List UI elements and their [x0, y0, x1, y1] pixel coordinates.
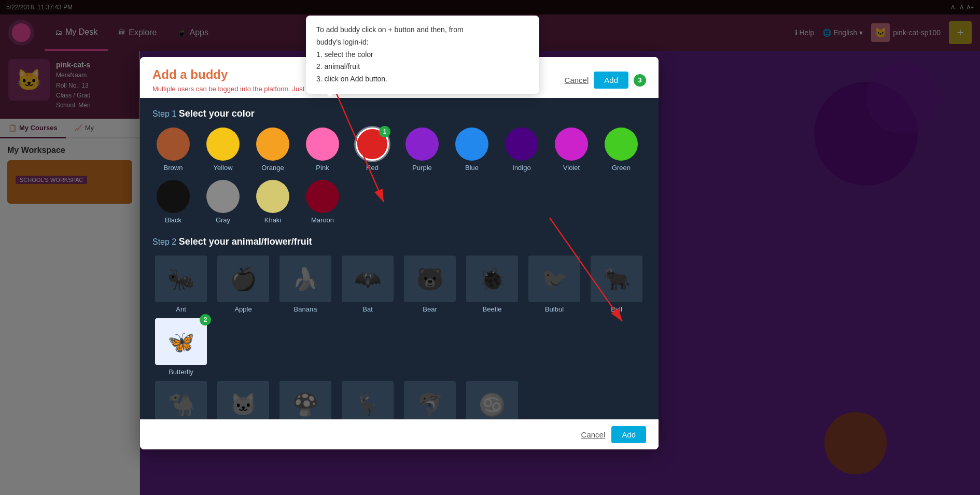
color-label-brown: Brown — [164, 164, 183, 172]
color-item-black[interactable]: Black — [152, 180, 194, 224]
buddy-count-badge: 3 — [634, 74, 646, 87]
animal-box-apple: 🍎 — [217, 256, 269, 302]
animal-box-deer: 🦌 — [342, 381, 394, 419]
color-label-orange: Orange — [261, 164, 284, 172]
color-circle-maroon — [306, 180, 339, 213]
animal-item-apple[interactable]: 🍎Apple — [215, 256, 272, 313]
animal-box-bull: 🐂 — [591, 256, 642, 302]
color-label-maroon: Maroon — [311, 216, 334, 224]
color-item-khaki[interactable]: Khaki — [252, 180, 293, 224]
color-item-orange[interactable]: Orange — [252, 128, 293, 172]
cancel-button[interactable]: Cancel — [565, 76, 589, 84]
modal-body: Step 1 Select your color BrownYellowOran… — [140, 98, 659, 419]
color-circle-green — [605, 128, 638, 161]
color-label-red: Red — [366, 164, 379, 172]
color-label-purple: Purple — [412, 164, 432, 172]
animal-label-butterfly: Butterfly — [169, 368, 193, 376]
color-item-indigo[interactable]: Indigo — [501, 128, 542, 172]
tooltip-line2: buddy's login-id: — [316, 38, 369, 46]
modal-footer: Cancel Add — [140, 419, 659, 449]
animal-item-deer[interactable]: 🦌Deer — [339, 381, 396, 419]
step1-prefix: Step 1 — [152, 109, 176, 118]
animal-box-bulbul: 🐦 — [528, 256, 580, 302]
color-circle-gray — [206, 180, 240, 213]
animal-item-butterfly[interactable]: 🦋2Butterfly — [152, 318, 209, 376]
color-circle-khaki — [256, 180, 289, 213]
color-label-gray: Gray — [216, 216, 230, 224]
animal-item-ant[interactable]: 🐜Ant — [152, 256, 209, 313]
animal-item-cat[interactable]: 🐱Cat — [215, 381, 272, 419]
color-label-black: Black — [165, 216, 181, 224]
color-item-maroon[interactable]: Maroon — [302, 180, 343, 224]
tooltip-box: To add buddy click on + button and then,… — [306, 16, 539, 94]
animal-item-bulbul[interactable]: 🐦Bulbul — [526, 256, 583, 313]
animal-item-bull[interactable]: 🐂Bull — [588, 256, 645, 313]
animal-label-bear: Bear — [423, 305, 437, 313]
color-circle-indigo — [505, 128, 538, 161]
step1-label: Select your color — [179, 108, 255, 119]
animal-box-cancer: ♋ — [466, 381, 518, 419]
footer-add-button[interactable]: Add — [611, 426, 646, 443]
animal-box-bat: 🦇 — [342, 256, 394, 302]
color-circle-black — [157, 180, 190, 213]
color-item-blue[interactable]: Blue — [451, 128, 493, 172]
animal-box-mushroom: 🍄 — [279, 381, 331, 419]
step1-header: Step 1 Select your color — [152, 108, 646, 119]
animal-item-banana[interactable]: 🍌Banana — [277, 256, 334, 313]
animal-item-mushroom[interactable]: 🍄Mushroom — [277, 381, 334, 419]
add-buddy-modal: Add a buddy Multiple users can be logged… — [140, 57, 659, 449]
animal-box-banana: 🍌 — [279, 256, 331, 302]
animal-grid-row1: 🐜Ant🍎Apple🍌Banana🦇Bat🐻Bear🐞Beetle🐦Bulbul… — [152, 256, 646, 376]
color-item-pink[interactable]: Pink — [302, 128, 343, 172]
color-label-green: Green — [612, 164, 631, 172]
color-item-gray[interactable]: Gray — [202, 180, 244, 224]
color-item-purple[interactable]: Purple — [401, 128, 443, 172]
color-circle-red: 1 — [356, 128, 389, 161]
color-label-indigo: Indigo — [512, 164, 530, 172]
color-circle-orange — [256, 128, 289, 161]
step2-selection-badge: 2 — [200, 314, 211, 326]
step2-label: Select your animal/flower/fruit — [179, 236, 312, 247]
animal-label-ant: Ant — [176, 305, 186, 313]
color-circle-pink — [306, 128, 339, 161]
footer-cancel-button[interactable]: Cancel — [581, 430, 606, 439]
animal-item-cancer[interactable]: ♋Cancer — [464, 381, 521, 419]
color-item-red[interactable]: 1Red — [352, 128, 393, 172]
animal-item-bat[interactable]: 🦇Bat — [339, 256, 396, 313]
animal-box-bear: 🐻 — [404, 256, 456, 302]
animal-label-bull: Bull — [611, 305, 622, 313]
animal-label-bulbul: Bulbul — [545, 305, 564, 313]
color-item-green[interactable]: Green — [600, 128, 642, 172]
add-button[interactable]: Add — [594, 72, 628, 89]
animal-label-bat: Bat — [362, 305, 373, 313]
animal-label-beetle: Beetle — [483, 305, 502, 313]
color-grid: BrownYellowOrangePink1RedPurpleBlueIndig… — [152, 128, 646, 224]
animal-item-dolphin[interactable]: 🐬Dolphin — [401, 381, 458, 419]
tooltip-line4: 2. animal/fruit — [316, 62, 360, 70]
animal-box-dolphin: 🐬 — [404, 381, 456, 419]
color-label-blue: Blue — [465, 164, 479, 172]
animal-item-beetle[interactable]: 🐞Beetle — [464, 256, 521, 313]
animal-label-banana: Banana — [294, 305, 317, 313]
animal-label-apple: Apple — [234, 305, 251, 313]
step2-prefix: Step 2 — [152, 237, 176, 246]
animal-item-bear[interactable]: 🐻Bear — [401, 256, 458, 313]
color-circle-violet — [555, 128, 588, 161]
color-item-brown[interactable]: Brown — [152, 128, 194, 172]
color-circle-brown — [157, 128, 190, 161]
animal-box-butterfly: 🦋2 — [155, 318, 207, 365]
color-item-yellow[interactable]: Yellow — [202, 128, 244, 172]
step1-selection-badge: 1 — [379, 126, 390, 137]
step2-header: Step 2 Select your animal/flower/fruit — [152, 236, 646, 247]
color-circle-blue — [455, 128, 488, 161]
animal-item-camel[interactable]: 🐪Camel — [152, 381, 209, 419]
animal-box-ant: 🐜 — [155, 256, 207, 302]
color-label-khaki: Khaki — [264, 216, 282, 224]
color-circle-yellow — [206, 128, 240, 161]
color-item-violet[interactable]: Violet — [551, 128, 592, 172]
tooltip-line3: 1. select the color — [316, 50, 373, 59]
tooltip-line5: 3. click on Add button. — [316, 75, 387, 83]
color-label-pink: Pink — [316, 164, 329, 172]
color-label-yellow: Yellow — [213, 164, 232, 172]
animal-box-cat: 🐱 — [217, 381, 269, 419]
